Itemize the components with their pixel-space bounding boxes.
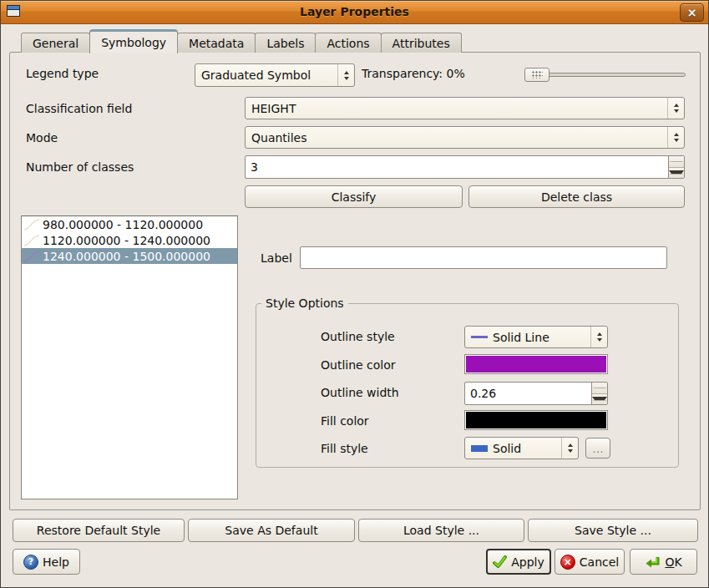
close-icon: × xyxy=(687,7,697,18)
outline-style-label: Outline style xyxy=(321,330,395,343)
class-list-item-selected[interactable]: 1240.000000 - 1500.000000 xyxy=(22,248,237,264)
save-as-default-button[interactable]: Save As Default xyxy=(188,519,355,542)
restore-default-style-button[interactable]: Restore Default Style xyxy=(13,519,185,542)
spin-down-button[interactable] xyxy=(592,394,607,405)
save-style-button[interactable]: Save Style ... xyxy=(528,519,698,542)
solid-fill-icon xyxy=(471,445,488,452)
grip-icon xyxy=(532,71,543,79)
tab-symbology[interactable]: Symbology xyxy=(89,29,178,53)
cancel-button[interactable]: × Cancel xyxy=(555,549,625,575)
class-range-label: 1240.000000 - 1500.000000 xyxy=(43,250,210,263)
load-style-button[interactable]: Load Style ... xyxy=(358,519,524,542)
tab-metadata[interactable]: Metadata xyxy=(177,33,256,53)
outline-width-spinbox[interactable]: 0.26 xyxy=(464,382,608,405)
fill-style-combo[interactable]: Solid xyxy=(464,437,579,459)
class-list-item[interactable]: 1120.000000 - 1240.000000 xyxy=(22,232,237,248)
enter-arrow-icon xyxy=(645,555,661,569)
mode-combo[interactable]: Quantiles xyxy=(245,126,685,149)
style-options-title: Style Options xyxy=(261,297,348,310)
delete-class-button[interactable]: Delete class xyxy=(468,185,685,208)
ok-button[interactable]: OK xyxy=(630,549,697,575)
mode-label: Mode xyxy=(26,131,58,144)
spin-down-button[interactable] xyxy=(669,168,684,179)
transparency-label: Transparency: 0% xyxy=(362,67,465,80)
check-icon xyxy=(493,555,507,568)
solid-line-icon xyxy=(471,336,488,338)
fill-style-label: Fill style xyxy=(321,442,368,455)
chevron-updown-icon xyxy=(337,64,354,86)
classification-field-label: Classification field xyxy=(26,102,132,115)
fill-color-swatch[interactable] xyxy=(464,410,608,430)
cancel-icon: × xyxy=(560,555,575,570)
classify-button[interactable]: Classify xyxy=(245,185,463,208)
label-input[interactable] xyxy=(300,246,667,269)
chevron-updown-icon xyxy=(667,98,684,119)
apply-button[interactable]: Apply xyxy=(486,549,551,575)
close-button[interactable]: × xyxy=(680,3,704,22)
line-symbol-icon xyxy=(23,218,40,231)
number-of-classes-spinbox[interactable]: 3 xyxy=(245,155,685,179)
classification-field-combo[interactable]: HEIGHT xyxy=(245,97,685,119)
transparency-slider-handle[interactable] xyxy=(524,68,549,82)
class-range-label: 1120.000000 - 1240.000000 xyxy=(43,234,210,247)
legend-type-label: Legend type xyxy=(26,67,99,80)
tab-actions[interactable]: Actions xyxy=(315,33,381,53)
tab-bar: General Symbology Metadata Labels Action… xyxy=(22,28,462,53)
label-field-label: Label xyxy=(261,251,292,265)
outline-color-swatch[interactable] xyxy=(464,354,608,374)
fill-color-label: Fill color xyxy=(321,414,369,428)
tab-general[interactable]: General xyxy=(21,33,90,53)
class-list-item[interactable]: 980.000000 - 1120.000000 xyxy=(22,216,237,232)
spin-up-button[interactable] xyxy=(669,156,684,168)
chevron-updown-icon xyxy=(667,127,684,148)
line-symbol-icon xyxy=(23,250,40,263)
tab-labels[interactable]: Labels xyxy=(255,33,316,53)
chevron-updown-icon xyxy=(590,327,607,347)
outline-color-label: Outline color xyxy=(321,358,396,372)
spin-up-button[interactable] xyxy=(592,383,607,394)
number-of-classes-label: Number of classes xyxy=(26,160,134,174)
window-titlebar[interactable]: Layer Properties × xyxy=(1,1,708,24)
more-styles-button[interactable]: ... xyxy=(585,438,610,459)
outline-width-label: Outline width xyxy=(321,386,399,399)
layer-properties-dialog: Layer Properties × General Symbology Met… xyxy=(0,0,709,588)
class-range-label: 980.000000 - 1120.000000 xyxy=(43,218,203,231)
outline-style-combo[interactable]: Solid Line xyxy=(464,326,608,348)
help-icon: ? xyxy=(23,555,38,570)
window-title: Layer Properties xyxy=(1,5,708,18)
line-symbol-icon xyxy=(23,234,40,247)
legend-type-combo[interactable]: Graduated Symbol xyxy=(195,63,355,87)
chevron-updown-icon xyxy=(561,438,578,459)
help-button[interactable]: ? Help xyxy=(13,549,80,575)
class-list[interactable]: 980.000000 - 1120.000000 1120.000000 - 1… xyxy=(21,215,238,499)
tab-attributes[interactable]: Attributes xyxy=(381,33,462,53)
